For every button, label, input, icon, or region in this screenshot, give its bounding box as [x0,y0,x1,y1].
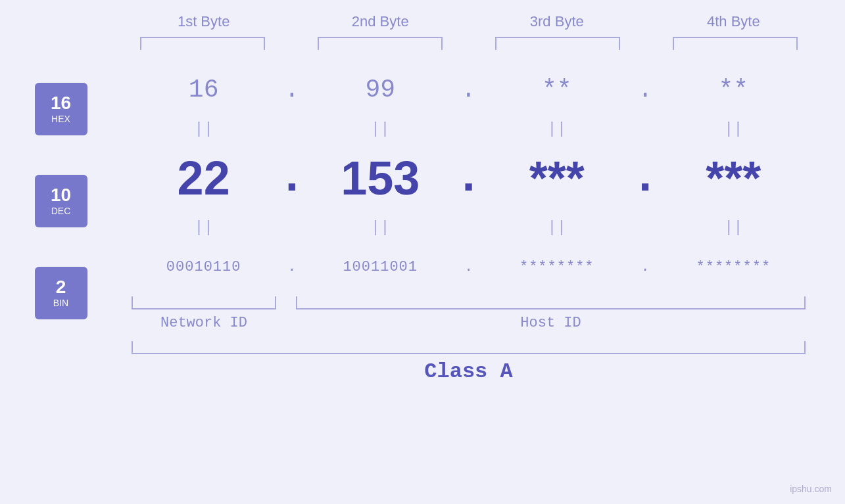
top-brackets-row [92,37,845,50]
byte-header-4: 4th Byte [667,13,799,30]
eq1-4: || [667,120,799,138]
dec-badge-num: 10 [51,186,71,204]
byte-header-2: 2nd Byte [314,13,446,30]
class-bracket-row [92,341,845,354]
bin-badge: 2 BIN [35,267,87,319]
hex-dot-1: . [282,76,302,104]
dec-val-3: *** [491,151,623,205]
dec-val-2: 153 [314,151,446,205]
hex-dot-2: . [458,76,478,104]
hex-val-4: ** [667,76,799,104]
eq1-3: || [491,120,623,138]
byte-header-3: 3rd Byte [491,13,623,30]
eq2-2: || [314,219,446,237]
network-bracket [132,296,276,309]
network-id-label: Network ID [132,315,276,331]
host-id-label: Host ID [296,315,806,331]
class-label: Class A [424,359,512,384]
hex-badge: 16 HEX [35,83,87,135]
bin-dot-3: . [635,259,655,275]
bin-dot-2: . [458,259,478,275]
hex-val-2: 99 [314,76,446,104]
bin-badge-label: BIN [53,298,68,308]
bin-val-3: ******** [491,259,623,275]
dec-dot-1: . [282,151,302,205]
class-bracket [132,341,806,354]
class-label-row: Class A [92,359,845,384]
dec-dot-2: . [458,151,478,205]
eq2-1: || [138,219,270,237]
badges-column: 16 HEX 10 DEC 2 BIN [0,63,92,319]
bin-val-1: 00010110 [138,259,270,275]
bin-badge-num: 2 [56,278,66,296]
eq2-3: || [491,219,623,237]
dec-val-4: *** [667,151,799,205]
bracket-byte-2 [318,37,443,50]
eq2-4: || [667,219,799,237]
bracket-byte-1 [140,37,265,50]
bottom-brackets [92,296,845,309]
dec-badge-label: DEC [51,206,71,216]
hex-badge-label: HEX [51,114,70,124]
equals-row-2: || || || || [92,214,845,241]
dec-val-1: 22 [138,151,270,205]
bin-val-4: ******** [667,259,799,275]
content-area: 16 HEX 10 DEC 2 BIN 16 . [0,63,845,384]
dec-badge: 10 DEC [35,175,87,227]
host-bracket [296,296,806,309]
values-area: 16 . 99 . ** . ** [92,63,845,384]
equals-row-1: || || || || [92,116,845,142]
byte-header-1: 1st Byte [138,13,270,30]
eq1-2: || [314,120,446,138]
main-container: 1st Byte 2nd Byte 3rd Byte 4th Byte 16 H… [0,0,845,504]
byte-headers-row: 1st Byte 2nd Byte 3rd Byte 4th Byte [92,13,845,30]
bracket-byte-3 [495,37,620,50]
hex-val-3: ** [491,76,623,104]
bin-dot-1: . [282,259,302,275]
eq1-1: || [138,120,270,138]
id-labels-row: Network ID Host ID [92,315,845,331]
hex-badge-num: 16 [51,94,71,112]
watermark: ipshu.com [790,484,832,494]
dec-dot-3: . [635,151,655,205]
hex-dot-3: . [635,76,655,104]
bin-row: 00010110 . 10011001 . ******** . [92,241,845,293]
hex-val-1: 16 [138,76,270,104]
bracket-byte-4 [673,37,798,50]
bin-val-2: 10011001 [314,259,446,275]
dec-row: 22 . 153 . *** . *** [92,142,845,214]
hex-row: 16 . 99 . ** . ** [92,63,845,116]
